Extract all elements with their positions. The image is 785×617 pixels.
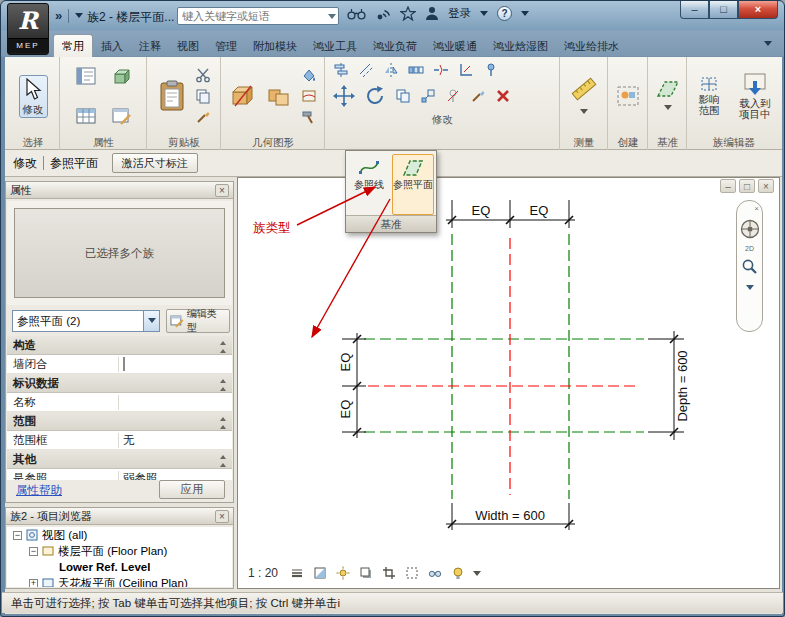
tree-item-floor-plan[interactable]: − 楼层平面 (Floor Plan) [7,543,232,559]
width-dimension-label[interactable]: Width = 600 [475,508,545,523]
ribbon-minimize-caret-icon[interactable] [764,41,772,50]
tab-view[interactable]: 视图 [169,35,207,57]
eq-label-left-top[interactable]: EQ [338,353,353,372]
dimension-top-eq[interactable] [446,200,575,228]
modify-button[interactable]: 修改 [19,75,48,118]
view-close-button[interactable]: × [758,179,774,193]
rotate-button[interactable] [362,83,388,109]
panel-label-geometry[interactable]: 几何图形 [222,135,324,150]
cut-geometry-button[interactable] [227,81,259,111]
tree-item-ceiling-plan[interactable]: + 天花板平面 (Ceiling Plan) [7,575,232,587]
group-row-identity[interactable]: 标识数据 [7,374,232,393]
sign-in-user-icon[interactable] [425,6,439,21]
trim-button[interactable] [456,60,476,80]
tree-expand-icon[interactable]: + [29,579,38,588]
help-caret-icon[interactable] [521,11,529,20]
cut-button[interactable] [193,65,213,85]
activate-dimensions-button[interactable]: 激活尺寸标注 [112,153,198,173]
type-selector-combo[interactable]: 参照平面 (2) [12,310,160,332]
communication-center-icon[interactable] [375,6,391,21]
panel-label-family-editor[interactable]: 族编辑器 [688,135,780,150]
paste-button[interactable] [155,77,189,115]
split-button[interactable] [431,60,451,80]
panel-label-select[interactable]: 选择 [7,135,59,150]
align-button[interactable] [331,60,351,80]
group-row-construction[interactable]: 构造 [7,336,232,355]
panel-label-measure[interactable]: 测量 [561,135,607,150]
demolish-button[interactable] [299,107,319,127]
tab-home[interactable]: 常用 [53,34,93,57]
unpin-button[interactable] [443,86,463,106]
eq-label-left-bottom[interactable]: EQ [338,400,353,419]
eq-label-top-right[interactable]: EQ [530,203,549,218]
drawing-view-svg[interactable]: EQ EQ EQ EQ Depth = 600 [238,178,779,588]
search-caret-icon[interactable] [328,14,336,23]
help-icon[interactable]: ? [497,6,512,21]
detail-level-icon[interactable] [289,565,305,581]
reveal-hidden-elements-icon[interactable] [450,565,466,581]
zoom-caret-icon[interactable] [746,285,754,294]
sign-in-caret-icon[interactable] [480,11,488,20]
match-properties-button[interactable] [193,107,213,127]
depth-dimension-label[interactable]: Depth = 600 [675,350,690,421]
tab-insert[interactable]: 插入 [93,35,131,57]
close-button[interactable]: × [738,1,778,19]
application-menu-button[interactable]: R MEP [7,3,49,55]
tab-hongye-tools[interactable]: 鸿业工具 [305,35,365,57]
temporary-hide-isolate-icon[interactable] [427,565,443,581]
group-row-extents[interactable]: 范围 [7,412,232,431]
property-value[interactable] [119,358,232,370]
view-restore-button[interactable]: □ [739,179,755,193]
split-face-button[interactable] [299,86,319,106]
delete-button[interactable] [493,86,513,106]
mirror-button[interactable] [381,60,401,80]
maximize-button[interactable]: □ [709,1,738,19]
copy-to-clipboard-button[interactable] [193,86,213,106]
shadows-icon[interactable] [358,565,374,581]
paint-button[interactable] [299,65,319,85]
eq-label-top-left[interactable]: EQ [472,203,491,218]
view-scale-button[interactable]: 1 : 20 [244,565,282,581]
sign-in-label[interactable]: 登录 [448,6,471,21]
show-crop-region-icon[interactable] [404,565,420,581]
dimension-left-eq[interactable] [342,333,366,438]
properties-close-icon[interactable]: × [215,184,229,197]
tab-manage[interactable]: 管理 [207,35,245,57]
tab-hongye-psychrometric[interactable]: 鸿业焓湿图 [485,35,556,57]
tab-hongye-plumbing[interactable]: 鸿业给排水 [556,35,627,57]
datum-plane-button[interactable] [652,76,684,117]
panel-label-create[interactable]: 创建 [609,135,647,150]
favorites-star-icon[interactable] [400,6,416,21]
match-type-button[interactable] [468,86,488,106]
offset-button[interactable] [356,60,376,80]
reference-plane-button[interactable]: 参照平面 [392,154,434,215]
panel-label-clipboard[interactable]: 剪贴板 [148,135,220,150]
type-selector-dropdown[interactable] [143,311,159,331]
drawing-area[interactable]: – □ × EQ EQ [237,177,780,589]
properties-palette-button[interactable] [71,61,101,91]
join-geometry-button[interactable] [263,81,295,111]
viewbar-caret-icon[interactable] [473,571,481,580]
pin-button[interactable] [481,60,501,80]
project-browser-header[interactable]: 族2 - 项目浏览器 × [6,508,233,525]
tree-item-views[interactable]: − 视图 (all) [7,527,232,543]
minimize-button[interactable]: – [680,1,709,19]
family-category-button[interactable] [107,61,137,91]
tab-annotate[interactable]: 注释 [131,35,169,57]
type-properties-button[interactable] [107,101,137,131]
panel-label-datum[interactable]: 基准 [649,135,686,150]
flyout-panel-title[interactable]: 基准 [346,215,436,232]
binoculars-search-icon[interactable] [347,7,366,20]
create-group-button[interactable] [612,81,644,111]
crop-view-icon[interactable] [381,565,397,581]
steering-wheel-2d-icon[interactable] [740,219,760,239]
load-into-project-button[interactable]: 载入到项目中 [732,69,778,123]
edit-type-button[interactable]: 编辑类型 [166,309,230,333]
group-row-other[interactable]: 其他 [7,450,232,469]
qat-expand-icon[interactable]: » [55,8,62,23]
panel-label-modify[interactable]: 修改 [326,112,559,127]
tab-addins[interactable]: 附加模块 [245,35,305,57]
zoom-magnifier-icon[interactable] [741,258,758,275]
qat-caret-icon[interactable] [75,13,83,22]
search-input[interactable] [178,10,328,22]
